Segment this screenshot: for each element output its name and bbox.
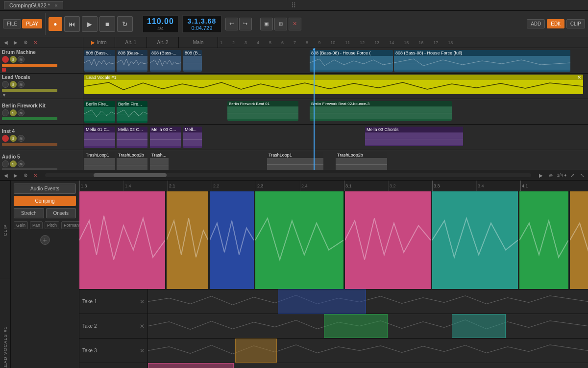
stretch-btn[interactable]: Stretch — [14, 208, 44, 218]
clip-trash-1[interactable]: TrashLoop1 — [84, 152, 115, 170]
comp-seg-green2[interactable] — [519, 191, 568, 289]
edit-button[interactable]: EDIt — [547, 19, 564, 28]
track-mute-berlin[interactable]: M — [18, 109, 24, 116]
take-waveform-4[interactable] — [148, 363, 588, 368]
comping-btn[interactable]: Comping — [14, 196, 76, 206]
redo-button[interactable]: ↪ — [239, 18, 252, 30]
comp-seg-gold1[interactable] — [167, 191, 208, 289]
comp-next-icon[interactable]: ▶ — [12, 171, 20, 179]
scene-main[interactable]: Main — [179, 37, 218, 48]
add-take-btn[interactable]: + — [40, 235, 50, 245]
clip-button[interactable]: CLIP — [566, 19, 585, 28]
rewind-button[interactable]: ⏮ — [64, 16, 80, 32]
take-waveform-3[interactable] — [148, 339, 588, 363]
pan-btn[interactable]: Pan — [30, 221, 43, 229]
app-tab[interactable]: CompingGUI22 * × — [4, 1, 63, 9]
take-waveform-1[interactable] — [148, 289, 588, 314]
clip-trash-main1[interactable]: TrashLoop1 — [267, 152, 323, 170]
clip-mella-1[interactable]: Mella 01 C... — [84, 127, 115, 148]
track-rec-inst4[interactable] — [2, 135, 9, 142]
track-expand-lead[interactable]: ▼ — [2, 93, 6, 98]
track-solo-berlin[interactable]: S — [10, 109, 17, 116]
clip-808-main2[interactable]: 808 (Bass-08) - House Force (full) — [394, 50, 570, 72]
track-solo-inst4[interactable]: S — [10, 135, 17, 142]
clip-berlin-main1[interactable]: Berlin Firework Beat 01 — [227, 101, 298, 121]
loop-button[interactable]: ↻ — [117, 16, 133, 32]
audio-events-btn[interactable]: Audio Events — [14, 184, 76, 194]
take-close-1[interactable]: ✕ — [140, 298, 145, 305]
stop-button[interactable]: ■ — [99, 16, 115, 32]
comp-seg-pink2[interactable] — [345, 191, 431, 289]
clip-mella-main[interactable]: Mella 03 Chords — [365, 127, 463, 146]
comp-seg-green1[interactable] — [255, 191, 343, 289]
take-close-3[interactable]: ✕ — [140, 347, 145, 354]
clip-808-1[interactable]: 808 (Bass-... — [84, 50, 115, 72]
track-mute-audio5[interactable]: M — [18, 160, 24, 167]
track-rec-berlin[interactable] — [2, 109, 9, 116]
clip-mella-2[interactable]: Mella 02 C... — [117, 127, 147, 148]
scene-prev-icon[interactable]: ◀ — [2, 39, 10, 47]
add-button[interactable]: ADD — [527, 19, 545, 28]
clip-mella-3[interactable]: Mella 03 C... — [150, 127, 181, 148]
scene-intro[interactable]: ▶Intro — [83, 37, 115, 48]
screen2-button[interactable]: ⊞ — [274, 18, 287, 30]
take-waveform-2[interactable] — [148, 314, 588, 338]
scene-alt2[interactable]: Alt. 2 — [147, 37, 179, 48]
track-clips-berlin[interactable]: Berlin Fire... Berlin Fire... Berlin Fir… — [83, 99, 588, 124]
clip-trash-main2[interactable]: TrashLoop2b — [336, 152, 387, 170]
clip-lead-vocals-1[interactable]: Lead Vocals #1 ✕ — [84, 75, 583, 94]
track-rec-audio5[interactable] — [2, 160, 9, 167]
scene-settings-icon[interactable]: ⚙ — [22, 39, 29, 47]
scene-close-icon[interactable]: ✕ — [31, 39, 39, 47]
comp-settings-icon[interactable]: ⚙ — [22, 171, 29, 179]
comp-expand-icon[interactable]: ⤢ — [568, 171, 576, 179]
gain-btn[interactable]: Gain — [14, 221, 28, 229]
clip-mella-4[interactable]: Mell... — [183, 127, 202, 148]
clip-trash-2[interactable]: TrashLoop2b — [117, 152, 147, 170]
clip-berlin-2[interactable]: Berlin Fire... — [117, 101, 147, 123]
comp-waveform-area[interactable] — [79, 191, 588, 289]
track-clips-inst4[interactable]: Mella 01 C... Mella 02 C... Mella 03 C..… — [83, 125, 588, 150]
comp-shrink-icon[interactable]: ⤡ — [578, 171, 586, 179]
record-button[interactable]: ● — [49, 17, 62, 31]
play-transport-button[interactable]: ▶ — [82, 16, 98, 32]
track-mute-inst4[interactable]: M — [18, 135, 24, 142]
clip-berlin-1[interactable]: Berlin Fire... — [84, 101, 115, 123]
scene-alt1[interactable]: Alt. 1 — [115, 37, 147, 48]
comp-seg-pink1[interactable] — [79, 191, 165, 289]
track-rec-lead[interactable] — [2, 81, 9, 88]
comp-seg-teal1[interactable] — [432, 191, 518, 289]
screen1-button[interactable]: ▣ — [260, 18, 273, 30]
clip-808-3[interactable]: 808 (Bass-... — [150, 50, 181, 72]
clip-808-4[interactable]: 808 (B... — [183, 50, 202, 72]
undo-button[interactable]: ↩ — [225, 18, 238, 30]
comp-close-icon[interactable]: ✕ — [31, 171, 39, 179]
tab-close-icon[interactable]: × — [54, 2, 57, 8]
clip-trash-3[interactable]: Trash... — [150, 152, 169, 170]
comp-prev-icon[interactable]: ◀ — [2, 171, 10, 179]
track-clips-drum-machine[interactable]: 808 (Bass-... 808 (Bass-... 808 (Bass-..… — [83, 48, 588, 73]
comp-seg-blue1[interactable] — [210, 191, 254, 289]
comp-play-icon[interactable]: ▶ — [537, 171, 545, 179]
take-close-2[interactable]: ✕ — [140, 323, 145, 330]
onsets-btn[interactable]: Onsets — [46, 208, 76, 218]
scene-next-icon[interactable]: ▶ — [12, 39, 20, 47]
track-solo-lead[interactable]: S — [10, 81, 17, 88]
clip-808-2[interactable]: 808 (Bass-... — [117, 50, 147, 72]
track-clips-lead-vocals[interactable]: Lead Vocals #1 ✕ — [83, 74, 588, 99]
track-rec-drum[interactable] — [2, 56, 9, 63]
track-mute-lead[interactable]: M — [18, 81, 24, 88]
play-button[interactable]: PLAY — [22, 19, 42, 28]
pitch-btn[interactable]: Pitch — [45, 221, 59, 229]
delete-button[interactable]: ✕ — [289, 18, 301, 30]
tempo-display[interactable]: 110.00 4/4 — [143, 15, 178, 33]
track-mute-drum[interactable]: M — [18, 56, 24, 63]
clip-808-main1[interactable]: 808 (Bass-08) - House Force ( — [310, 50, 393, 72]
track-solo-audio5[interactable]: S — [10, 160, 17, 167]
file-button[interactable]: FILE — [3, 19, 21, 28]
position-display[interactable]: 3.1.3.68 0:04.729 — [182, 15, 221, 33]
track-solo-drum[interactable]: S — [10, 56, 17, 63]
comp-seg-gold2[interactable] — [570, 191, 588, 289]
clip-berlin-main2[interactable]: Berlin Firework Beat 02-bounce-3 — [310, 101, 452, 121]
comp-zoom-icon[interactable]: ⊕ — [547, 171, 555, 179]
